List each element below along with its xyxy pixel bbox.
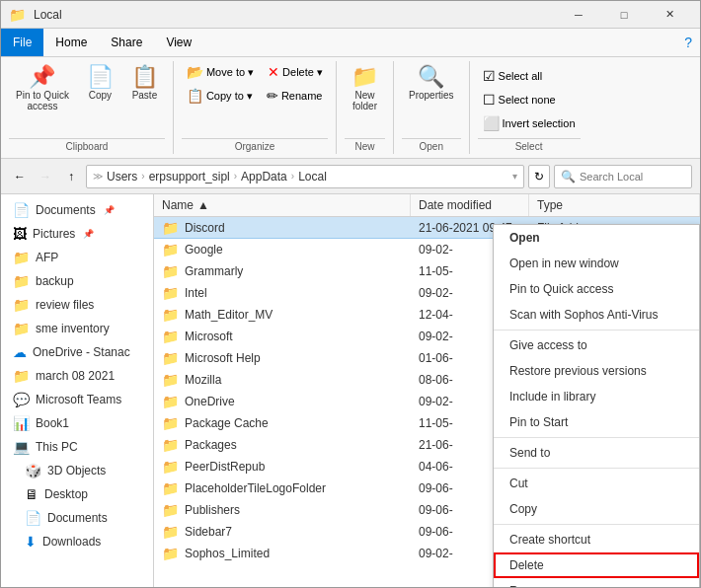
copy-to-button[interactable]: 📋 Copy to ▾ [182,85,258,107]
properties-button[interactable]: 🔍 Properties [402,61,461,122]
folder-icon: 📁 [162,459,179,475]
sidebar-item-downloads[interactable]: ⬇ Downloads [1,530,153,553]
column-header-date[interactable]: Date modified [411,194,529,216]
sidebar-item-thispc[interactable]: 💻 This PC [1,435,153,459]
select-label: Select [478,138,581,154]
tab-view[interactable]: View [154,29,203,56]
help-button[interactable]: ? [676,29,700,56]
copy-to-icon: 📋 [187,88,203,104]
desktop-icon: 🖥 [25,486,39,502]
ctx-separator-3 [494,468,699,469]
ctx-open-new-window[interactable]: Open in new window [494,251,699,276]
tab-file[interactable]: File [1,29,43,56]
file-list-container: Name ▲ Date modified Type 📁 Discord 21-0… [154,194,700,587]
back-button[interactable]: ← [9,166,31,187]
folder-icon: 📁 [162,437,179,453]
ctx-delete[interactable]: Delete [494,552,699,578]
ctx-copy[interactable]: Copy [494,496,699,522]
sidebar-item-3dobjects[interactable]: 🎲 3D Objects [1,459,153,482]
ribbon-group-clipboard: 📌 Pin to Quickaccess 📄 Copy 📋 Paste Clip… [1,61,174,154]
ctx-open[interactable]: Open [494,225,699,251]
ctx-pin-quick-access[interactable]: Pin to Quick access [494,276,699,302]
sidebar-item-pictures[interactable]: 🖼 Pictures 📌 [1,222,153,246]
sidebar-item-onedrive[interactable]: ☁ OneDrive - Stanac [1,340,153,364]
move-to-button[interactable]: 📂 Move to ▾ [182,61,259,83]
msteams-icon: 💬 [13,392,30,407]
search-icon: 🔍 [561,170,576,184]
window-title: Local [34,8,556,22]
sidebar-item-desktop[interactable]: 🖥 Desktop [1,482,153,506]
title-bar-icons: 📁 [9,7,26,23]
ribbon-group-open: 🔍 Properties Open [394,61,470,154]
sidebar-item-afp[interactable]: 📁 AFP [1,246,153,269]
folder-icon: 📁 [162,524,179,540]
folder-icon: 📁 [162,372,179,388]
ctx-cut[interactable]: Cut [494,471,699,496]
copy-button[interactable]: 📄 Copy [80,61,120,122]
window-icon: 📁 [9,7,26,23]
reviewfiles-icon: 📁 [13,297,30,313]
maximize-button[interactable]: □ [601,1,647,29]
sidebar-item-book1[interactable]: 📊 Book1 [1,411,153,435]
select-none-icon: ☐ [483,92,496,108]
copy-icon: 📄 [87,66,114,88]
ctx-send-to[interactable]: Send to [494,440,699,466]
select-all-button[interactable]: ☑ Select all [478,65,548,87]
rename-button[interactable]: ✏ Rename [262,85,328,107]
organize-buttons: 📂 Move to ▾ ✕ Delete ▾ 📋 Copy to ▾ ✏ [182,61,328,134]
main-content: 📄 Documents 📌 🖼 Pictures 📌 📁 AFP 📁 backu… [1,194,700,587]
sort-icon: ▲ [197,198,209,212]
up-button[interactable]: ↑ [60,166,82,187]
folder-icon: 📁 [162,415,179,431]
minimize-button[interactable]: ─ [556,1,601,29]
ctx-rename[interactable]: Rename [494,578,699,587]
sidebar-item-smeinventory[interactable]: 📁 sme inventory [1,317,153,340]
path-users: Users [107,170,137,184]
refresh-button[interactable]: ↻ [528,165,550,188]
select-all-icon: ☑ [483,68,496,84]
ribbon-tabs: File Home Share View ? [1,29,700,56]
sidebar-item-msteams[interactable]: 💬 Microsoft Teams [1,388,153,411]
sidebar-item-reviewfiles[interactable]: 📁 review files [1,293,153,317]
ctx-create-shortcut[interactable]: Create shortcut [494,527,699,552]
sidebar-item-backup[interactable]: 📁 backup [1,269,153,293]
search-input[interactable] [580,171,685,183]
tab-home[interactable]: Home [43,29,99,56]
delete-button[interactable]: ✕ Delete ▾ [263,61,328,83]
ctx-restore-versions[interactable]: Restore previous versions [494,358,699,384]
organize-label: Organize [182,138,328,154]
ctx-give-access[interactable]: Give access to [494,332,699,358]
sidebar-item-documents2[interactable]: 📄 Documents [1,506,153,530]
invert-selection-button[interactable]: ⬜ Invert selection [478,112,581,134]
sidebar-item-march08[interactable]: 📁 march 08 2021 [1,364,153,388]
pin-to-quick-access-button[interactable]: 📌 Pin to Quickaccess [9,61,76,122]
sidebar: 📄 Documents 📌 🖼 Pictures 📌 📁 AFP 📁 backu… [1,194,154,587]
column-header-type[interactable]: Type [529,194,700,216]
close-button[interactable]: ✕ [647,1,692,29]
delete-icon: ✕ [268,64,279,80]
column-header-name[interactable]: Name ▲ [154,194,411,216]
paste-button[interactable]: 📋 Paste [124,61,165,122]
ctx-pin-start[interactable]: Pin to Start [494,409,699,435]
tab-share[interactable]: Share [99,29,154,56]
ribbon-group-select: ☑ Select all ☐ Select none ⬜ Invert sele… [470,61,588,154]
new-folder-button[interactable]: 📁 Newfolder [345,61,385,122]
ctx-separator-1 [494,330,699,331]
path-local: Local [298,170,327,184]
afp-icon: 📁 [13,250,30,265]
sidebar-item-documents[interactable]: 📄 Documents 📌 [1,198,153,222]
ribbon-group-new: 📁 Newfolder New [337,61,394,154]
ctx-scan-virus[interactable]: Scan with Sophos Anti-Virus [494,302,699,328]
3dobjects-icon: 🎲 [25,463,41,478]
dropdown-icon[interactable]: ▾ [512,171,517,182]
ctx-include-library[interactable]: Include in library [494,384,699,409]
address-bar: ← → ↑ ≫ Users › erpsupport_sipl › AppDat… [1,159,700,194]
forward-button[interactable]: → [35,166,56,187]
clipboard-label: Clipboard [9,138,165,154]
select-none-button[interactable]: ☐ Select none [478,89,561,110]
new-buttons: 📁 Newfolder [345,61,385,134]
file-list-header: Name ▲ Date modified Type [154,194,700,217]
address-path[interactable]: ≫ Users › erpsupport_sipl › AppData › Lo… [86,165,524,188]
folder-icon: 📁 [162,480,179,496]
pictures-icon: 🖼 [13,226,27,242]
